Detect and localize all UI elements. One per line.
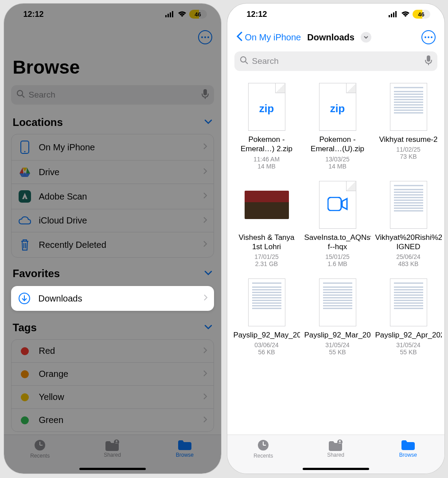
svg-point-4	[17, 90, 23, 96]
file-item[interactable]: zipPokemon - Emeral…(U).zip13/03/2514 MB	[304, 82, 371, 170]
tab-shared[interactable]: Shared	[300, 439, 372, 458]
back-button[interactable]	[236, 31, 242, 43]
chevron-right-icon	[203, 192, 207, 201]
svg-rect-1	[168, 14, 169, 17]
file-item[interactable]: zipPokemon - Emeral…) 2.zip11:46 AM14 MB	[234, 82, 300, 170]
file-item[interactable]: Vishesh & Tanya 1st Lohri17/01/252.31 GB	[234, 180, 300, 268]
file-date: 11/02/25	[396, 146, 421, 153]
favorite-downloads[interactable]: Downloads	[11, 286, 214, 311]
microphone-icon[interactable]	[202, 89, 209, 101]
search-placeholder: Search	[29, 90, 202, 100]
file-thumbnail	[316, 278, 360, 327]
trash-icon	[18, 239, 32, 251]
file-item[interactable]: Vikhyat%20Rishi%20-…IGNED25/06/24483 KB	[375, 180, 442, 268]
locations-section-header[interactable]: Locations	[4, 108, 221, 132]
tab-shared[interactable]: Shared	[77, 439, 148, 458]
home-indicator[interactable]	[303, 468, 369, 470]
file-item[interactable]: SaveInsta.to_AQNsvs3…f--hqx15/01/251.6 M…	[304, 180, 371, 268]
tag-dot-icon	[21, 347, 29, 355]
status-bar: 12:12 46	[227, 4, 444, 25]
file-date: 31/05/24	[396, 341, 421, 349]
file-size: 56 KB	[258, 349, 275, 356]
icloud-icon	[18, 216, 32, 226]
file-name: Vishesh & Tanya 1st Lohri	[234, 233, 300, 252]
file-size: 1.6 MB	[327, 260, 347, 267]
file-name: Payslip_92_Mar_2024	[304, 330, 371, 340]
chevron-right-icon	[203, 240, 207, 249]
status-time: 12:12	[23, 10, 44, 19]
tag-row[interactable]: Red	[12, 340, 214, 362]
tags-section-header[interactable]: Tags	[4, 313, 221, 337]
tag-dot-icon	[21, 393, 29, 401]
svg-rect-27	[389, 15, 390, 17]
search-input[interactable]: Search	[11, 85, 214, 105]
search-icon	[240, 56, 249, 67]
back-label[interactable]: On My iPhone	[245, 32, 301, 43]
iphone-icon	[18, 141, 32, 154]
chevron-right-icon	[203, 294, 208, 303]
chevron-right-icon	[203, 216, 207, 225]
svg-rect-30	[395, 11, 397, 17]
file-size: 55 KB	[400, 349, 417, 356]
more-options-button[interactable]	[198, 30, 212, 44]
file-name: Vikhyat%20Rishi%20-…IGNED	[375, 233, 442, 252]
search-input[interactable]: Search	[234, 51, 437, 71]
file-item[interactable]: Vikhyat resume-211/02/2573 KB	[375, 82, 442, 170]
file-thumbnail	[316, 180, 360, 229]
location-icloud-drive[interactable]: iCloud Drive	[12, 209, 214, 232]
file-name: Vikhyat resume-2	[379, 135, 438, 144]
file-date: 25/06/24	[396, 253, 421, 260]
file-size: 14 MB	[257, 163, 275, 170]
file-size: 14 MB	[328, 163, 346, 170]
battery-indicator: 46	[189, 10, 207, 19]
file-thumbnail: zip	[316, 82, 360, 131]
svg-point-31	[241, 57, 246, 62]
file-name: Payslip_92_May_2024	[234, 330, 300, 340]
svg-marker-12	[26, 168, 30, 173]
file-item[interactable]: Payslip_92_Apr_202431/05/2455 KB	[375, 278, 442, 356]
chevron-down-icon	[204, 324, 212, 332]
tag-row[interactable]: Yellow	[12, 385, 214, 408]
download-icon	[17, 292, 31, 305]
file-date: 13/03/25	[325, 156, 350, 163]
tab-browse[interactable]: Browse	[372, 439, 444, 458]
chevron-right-icon	[203, 168, 207, 176]
tag-dot-icon	[21, 416, 29, 424]
svg-line-5	[22, 95, 24, 98]
home-indicator[interactable]	[79, 468, 146, 470]
file-thumbnail: zip	[245, 82, 289, 131]
chevron-down-icon	[204, 270, 212, 278]
svg-line-32	[245, 62, 248, 64]
tag-row[interactable]: Orange	[12, 362, 214, 385]
svg-rect-0	[165, 15, 167, 17]
tag-row[interactable]: Green	[12, 408, 214, 431]
folder-dropdown[interactable]	[361, 32, 371, 43]
file-item[interactable]: Payslip_92_May_202403/06/2456 KB	[234, 278, 300, 356]
chevron-down-icon	[204, 118, 212, 126]
file-item[interactable]: Payslip_92_Mar_202431/05/2455 KB	[304, 278, 371, 356]
file-thumbnail	[245, 278, 289, 327]
svg-rect-28	[391, 14, 392, 17]
file-thumbnail	[245, 180, 289, 229]
file-date: 31/05/24	[325, 341, 350, 349]
microphone-icon[interactable]	[425, 55, 432, 67]
tags-list: Red Orange Yellow Green	[11, 339, 214, 432]
file-date: 17/01/25	[254, 253, 279, 260]
file-date: 15/01/25	[325, 253, 350, 260]
favorites-section-header[interactable]: Favorites	[4, 259, 221, 283]
tab-browse[interactable]: Browse	[149, 439, 221, 458]
file-date: 11:46 AM	[253, 156, 280, 163]
svg-rect-33	[427, 55, 430, 62]
tab-recents[interactable]: Recents	[4, 439, 76, 459]
battery-indicator: 46	[413, 10, 430, 19]
file-size: 483 KB	[398, 260, 419, 267]
tab-recents[interactable]: Recents	[227, 439, 299, 459]
file-thumbnail	[386, 82, 431, 131]
location-recently-deleted[interactable]: Recently Deleted	[12, 232, 214, 257]
file-date: 03/06/24	[254, 341, 279, 349]
more-options-button[interactable]	[421, 30, 436, 44]
svg-marker-11	[23, 168, 27, 172]
location-drive[interactable]: Drive	[12, 160, 214, 184]
location-adobe-scan[interactable]: Adobe Scan	[12, 184, 214, 209]
location-on-my-iphone[interactable]: On My iPhone	[12, 134, 214, 160]
